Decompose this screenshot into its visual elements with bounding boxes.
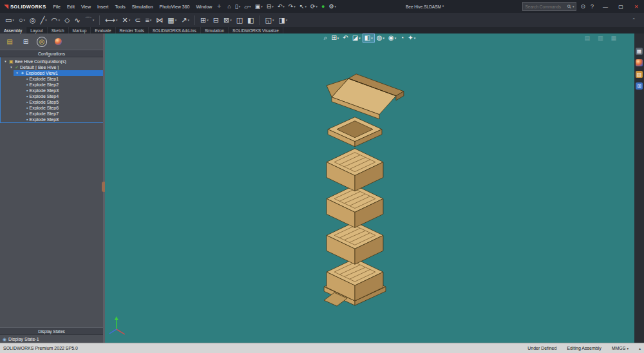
appearances-scenes-tab[interactable] xyxy=(636,59,643,66)
tree-item-bee-hive-configuration-s[interactable]: ▼▣Bee Hive Configuration(s) xyxy=(2,59,103,64)
tab-render-tools[interactable]: Render Tools xyxy=(116,27,149,33)
zoom-icon[interactable]: ▦ xyxy=(611,35,616,41)
design-library-tab[interactable]: ▤ xyxy=(636,71,643,78)
graphics-viewport[interactable]: ⌕⊞▾↶◪▾◧▾◍▾◉▾◔✦▾ ▤▥▦ xyxy=(105,33,634,343)
tool-sketch-spline[interactable]: ∿ xyxy=(72,13,82,27)
zoom-to-fit[interactable]: ⌕ xyxy=(323,34,329,42)
tool-instant-2d[interactable]: ◧ xyxy=(245,13,256,27)
exploded-bee-hive-model[interactable] xyxy=(105,33,634,343)
tree-item-explode-step3[interactable]: ▪Explode Step3 xyxy=(19,88,103,93)
toolbox-tab[interactable]: ⊞ xyxy=(636,82,643,90)
tool-trim-entities[interactable]: ✕▾ xyxy=(120,13,132,27)
qat-new-document[interactable]: ▯▾ xyxy=(233,0,242,13)
user-account-icon[interactable]: ⊙ xyxy=(579,3,587,10)
dropdown-caret-icon[interactable]: ▾ xyxy=(116,18,118,22)
qat-undo[interactable]: ↶▾ xyxy=(276,0,287,13)
dropdown-caret-icon[interactable]: ▾ xyxy=(45,18,47,22)
menu-view[interactable]: View xyxy=(78,5,94,9)
dropdown-caret-icon[interactable]: ▾ xyxy=(334,5,336,8)
section-view[interactable]: ◪▾ xyxy=(351,34,362,42)
dropdown-caret-icon[interactable]: ▾ xyxy=(414,36,416,40)
tool-convert-entities[interactable]: ⊂ xyxy=(133,13,142,27)
tab-solidworks-add-ins[interactable]: SOLIDWORKS Add-Ins xyxy=(149,27,201,33)
tool-quick-snaps[interactable]: ⊠▾ xyxy=(222,13,234,27)
feature-manager-tab[interactable]: ▤ xyxy=(5,37,15,47)
dropdown-caret-icon[interactable]: ▾ xyxy=(283,5,285,8)
tool-sketch-rectangle[interactable]: ▭▾ xyxy=(3,13,16,27)
dropdown-caret-icon[interactable]: ▾ xyxy=(230,18,232,22)
dropdown-caret-icon[interactable]: ▾ xyxy=(371,36,373,40)
tab-markup[interactable]: Markup xyxy=(69,27,91,33)
dropdown-caret-icon[interactable]: ▾ xyxy=(286,18,288,22)
view-orientation[interactable]: ◧▾ xyxy=(363,34,374,42)
dropdown-caret-icon[interactable]: ▾ xyxy=(294,5,296,8)
dropdown-caret-icon[interactable]: ▾ xyxy=(395,36,397,40)
solidworks-resources-tab[interactable]: ▦ xyxy=(636,48,643,55)
pin-menu-icon[interactable]: ✛ xyxy=(215,4,223,9)
tool-perimeter-circle[interactable]: ◎ xyxy=(28,13,38,27)
tool-mirror-entities[interactable]: ⋈ xyxy=(154,13,165,27)
display-state-item[interactable]: ◉ Display State-1 xyxy=(0,335,103,343)
qat-rebuild[interactable]: ⟳▾ xyxy=(308,0,319,13)
tool-insert-component[interactable]: ◱▾ xyxy=(263,13,276,27)
help-icon[interactable]: ? xyxy=(589,3,595,10)
tree-item-default-bee-hive[interactable]: ▼✓Default [ Bee Hive ] xyxy=(8,64,103,70)
tab-solidworks-visualize[interactable]: SOLIDWORKS Visualize xyxy=(229,27,283,33)
qat-open-document[interactable]: ▱▾ xyxy=(242,0,252,13)
qat-home[interactable]: ⌂ xyxy=(225,0,232,13)
tool-display-relations[interactable]: ⊞▾ xyxy=(198,13,211,27)
menu-tools[interactable]: Tools xyxy=(112,5,129,9)
minimize-button[interactable]: — xyxy=(598,0,613,13)
tool-sketch-arc[interactable]: ◠▾ xyxy=(50,13,62,27)
tool-offset-entities[interactable]: ≡▾ xyxy=(143,13,153,27)
dropdown-caret-icon[interactable]: ▾ xyxy=(12,18,14,22)
dropdown-caret-icon[interactable]: ▾ xyxy=(249,5,251,8)
display-style[interactable]: ◍▾ xyxy=(375,34,386,42)
dropdown-caret-icon[interactable]: ▾ xyxy=(24,18,26,22)
zoom-to-area[interactable]: ⊞▾ xyxy=(330,34,340,42)
tree-item-explode-step6[interactable]: ▪Explode Step6 xyxy=(19,105,103,111)
qat-redo[interactable]: ↷▾ xyxy=(287,0,298,13)
expander-icon[interactable]: ▼ xyxy=(15,72,19,75)
menu-photoview-360[interactable]: PhotoView 360 xyxy=(156,5,193,9)
hive-box-component-3[interactable] xyxy=(327,222,383,264)
tab-layout[interactable]: Layout xyxy=(26,27,48,33)
pan-icon[interactable]: ▤ xyxy=(584,35,590,41)
tab-sketch[interactable]: Sketch xyxy=(48,27,69,33)
dropdown-caret-icon[interactable]: ▾ xyxy=(359,36,361,40)
menu-file[interactable]: File xyxy=(50,5,64,9)
qat-status-light[interactable]: ● xyxy=(319,0,327,13)
tool-sketch-ellipse[interactable]: ⌒▾ xyxy=(83,13,97,27)
dropdown-caret-icon[interactable]: ▾ xyxy=(58,18,60,22)
tab-simulation[interactable]: Simulation xyxy=(201,27,229,33)
dropdown-caret-icon[interactable]: ▾ xyxy=(383,36,384,40)
edit-appearance[interactable]: ◔ xyxy=(399,34,405,42)
tree-item-explode-step1[interactable]: ▪Explode Step1 xyxy=(19,76,103,82)
dropdown-caret-icon[interactable]: ▾ xyxy=(150,18,152,22)
tool-smart-dimension[interactable]: ⟷▾ xyxy=(103,13,119,27)
dropdown-caret-icon[interactable]: ▾ xyxy=(316,5,317,8)
menu-simulation[interactable]: Simulation xyxy=(129,5,156,9)
tree-item-exploded-view1[interactable]: ▼✷Exploded View1 xyxy=(14,70,103,76)
dropdown-caret-icon[interactable]: ▾ xyxy=(305,5,307,8)
tree-item-explode-step8[interactable]: ▪Explode Step8 xyxy=(19,117,103,122)
rotate-icon[interactable]: ▥ xyxy=(598,35,603,41)
dropdown-caret-icon[interactable]: ▾ xyxy=(272,18,274,22)
dropdown-caret-icon[interactable]: ▾ xyxy=(129,18,131,22)
menu-insert[interactable]: Insert xyxy=(94,5,112,9)
tool-sketch-polygon[interactable]: ◇ xyxy=(62,13,71,27)
tool-mate[interactable]: ◨▾ xyxy=(276,13,289,27)
dropdown-caret-icon[interactable]: ▾ xyxy=(261,5,263,8)
search-input[interactable] xyxy=(525,5,566,9)
menu-edit[interactable]: Edit xyxy=(64,5,78,9)
tool-rapid-sketch[interactable]: ◫ xyxy=(234,13,245,27)
search-caret-icon[interactable]: ▾ xyxy=(573,5,574,8)
view-settings[interactable]: ✦▾ xyxy=(406,34,417,42)
tool-sketch-line[interactable]: ╱▾ xyxy=(39,13,49,27)
tree-item-explode-step2[interactable]: ▪Explode Step2 xyxy=(19,82,103,88)
qat-options[interactable]: ⚙▾ xyxy=(327,0,338,13)
tool-linear-sketch-pattern[interactable]: ▦▾ xyxy=(166,13,178,27)
qat-print[interactable]: ⊟▾ xyxy=(265,0,276,13)
close-button[interactable]: ✕ xyxy=(629,0,644,13)
search-icon[interactable]: ⚲ xyxy=(566,3,573,10)
